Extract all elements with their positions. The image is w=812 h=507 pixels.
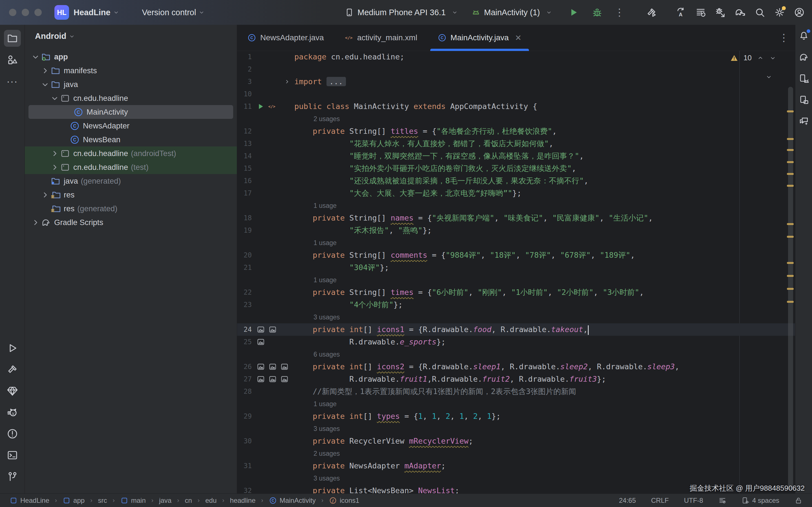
tree-item-Gradle-Scripts[interactable]: Gradle Scripts [25, 216, 237, 229]
translate-button[interactable]: A [673, 4, 689, 20]
terminal-tool-button[interactable] [4, 447, 21, 464]
chevron-down-icon[interactable] [50, 93, 60, 103]
chevron-down-icon[interactable] [40, 79, 50, 90]
tree-item-cn-edu-headline[interactable]: cn.edu.headline(androidTest) [25, 147, 237, 160]
usages-hint[interactable]: 2 usages [313, 450, 340, 457]
project-name[interactable]: HeadLine [73, 8, 110, 17]
attach-debugger-button[interactable] [712, 4, 728, 20]
run-tool-button[interactable] [4, 340, 21, 356]
code-line-30[interactable]: 30 private RecyclerView mRecyclerView; [237, 435, 795, 447]
code-line-14[interactable]: 14 "睡觉时，双脚突然蹬一下，有踩空感，像从高楼坠落，是咋回事？", [237, 150, 795, 162]
drawable-preview-icon[interactable] [256, 375, 265, 383]
usages-hint[interactable]: 1 usage [313, 400, 337, 408]
run-gutter-icon[interactable] [256, 102, 265, 111]
code-line-24[interactable]: 24 private int[] icons1 = {R.drawable.fo… [237, 323, 795, 336]
warning-stripe-mark[interactable] [787, 301, 794, 303]
code-line-25[interactable]: 25 R.drawable.e_sports}; [237, 336, 795, 348]
project-tool-button[interactable] [4, 30, 21, 47]
profile-button[interactable] [791, 4, 808, 20]
tab-NewsAdapter-java[interactable]: CNewsAdapter.java [237, 25, 334, 51]
code-line-13[interactable]: 13 "花菜有人焯水，有人直接炒，都错了，看饭店大厨如何做", [237, 137, 795, 150]
code-line-18[interactable]: 18 private String[] names = {"央视新闻客户端", … [237, 212, 795, 224]
more-tool-windows-button[interactable]: ··· [4, 73, 21, 90]
usages-hint[interactable]: 1 usage [313, 239, 337, 247]
tab-activity-main-xml[interactable]: </>activity_main.xml [334, 25, 427, 51]
drawable-preview-icon[interactable] [268, 325, 277, 334]
drawable-preview-icon[interactable] [256, 338, 265, 346]
warning-stripe-mark[interactable] [787, 173, 794, 175]
running-devices-button[interactable] [797, 94, 810, 107]
hammer-run-button[interactable] [644, 4, 660, 20]
chevron-down-icon[interactable] [113, 9, 119, 16]
code-line-12[interactable]: 12 private String[] titles = {"各地餐企齐行动，杜… [237, 125, 795, 137]
close-icon[interactable]: ✕ [515, 33, 521, 43]
notifications-button[interactable] [797, 29, 810, 42]
code-line-20[interactable]: 20 private String[] comments = {"9884评",… [237, 249, 795, 262]
warning-stripe-mark[interactable] [787, 185, 794, 187]
breadcrumb-edu[interactable]: edu [204, 496, 218, 505]
window-zoom-button[interactable] [35, 9, 42, 16]
device-selector[interactable]: Medium Phone API 36.1 [345, 8, 458, 17]
warning-stripe-mark[interactable] [787, 288, 794, 290]
warning-stripe-mark[interactable] [787, 223, 794, 225]
code-line-27[interactable]: 27 R.drawable.fruit1,R.drawable.fruit2, … [237, 373, 795, 385]
code-line-1[interactable]: 1package cn.edu.headline; [237, 51, 795, 63]
indent-widget[interactable]: 4 spaces [740, 496, 781, 505]
search-button[interactable] [752, 4, 768, 20]
code-area[interactable]: 1package cn.edu.headline;23import ...101… [237, 51, 795, 494]
error-stripe-scrollbar[interactable] [785, 51, 795, 494]
device-manager-button[interactable] [797, 72, 810, 85]
breadcrumb-MainActivity[interactable]: CMainActivity [267, 496, 317, 505]
drawable-preview-icon[interactable] [268, 375, 277, 383]
window-minimize-button[interactable] [22, 9, 29, 16]
fold-chevron-icon[interactable] [284, 78, 290, 85]
gemini-button[interactable] [797, 115, 810, 128]
next-problem-button[interactable] [769, 54, 776, 62]
usages-hint[interactable]: 6 usages [313, 351, 340, 358]
tab-options-button[interactable]: ⋮ [779, 33, 789, 43]
code-line-29[interactable]: 29 private int[] types = {1, 1, 2, 1, 2,… [237, 410, 795, 422]
more-run-options-button[interactable]: ⋮ [613, 7, 626, 18]
drawable-preview-icon[interactable] [268, 362, 277, 371]
code-line-19[interactable]: 19 "禾木报告", "燕鸣"}; [237, 224, 795, 237]
code-line-10[interactable]: 10 [237, 88, 795, 100]
git-branch-tool-button[interactable] [4, 468, 21, 485]
code-line-22[interactable]: 22 private String[] times = {"6小时前", "刚刚… [237, 286, 795, 298]
code-line-2[interactable]: 2 [237, 63, 795, 75]
gem-tool-button[interactable] [4, 383, 21, 399]
code-line-26[interactable]: 26 private int[] icons2 = {R.drawable.sl… [237, 360, 795, 373]
breadcrumb-HeadLine[interactable]: HeadLine [8, 496, 51, 505]
code-line-28[interactable]: 28 //新闻类型，1表示置顶新闻或只有1张图片的新闻，2表示包含3张图片的新闻 [237, 385, 795, 398]
breadcrumb-main[interactable]: main [119, 496, 147, 505]
tree-item-NewsBean[interactable]: CNewsBean [25, 133, 237, 147]
tree-item-res[interactable]: res(generated) [25, 202, 237, 216]
restore-lines-button[interactable] [693, 4, 709, 20]
debug-button[interactable] [589, 4, 605, 20]
tree-item-res[interactable]: res [25, 188, 237, 202]
warning-stripe-mark[interactable] [787, 275, 794, 277]
vcs-widget[interactable]: Version control [138, 8, 205, 17]
tree-item-java[interactable]: java(generated) [25, 174, 237, 188]
run-button[interactable] [565, 4, 581, 20]
drawable-preview-icon[interactable] [256, 362, 265, 371]
breadcrumb-cn[interactable]: cn [183, 496, 194, 505]
drawable-preview-icon[interactable] [280, 362, 289, 371]
resource-manager-tool-button[interactable] [4, 51, 21, 68]
warning-stripe-mark[interactable] [787, 161, 794, 163]
code-line-3[interactable]: 3import ... [237, 75, 795, 88]
tree-item-java[interactable]: java [25, 77, 237, 91]
tree-item-cn-edu-headline[interactable]: cn.edu.headline(test) [25, 160, 237, 174]
code-line-21[interactable]: 21 "304评"}; [237, 262, 795, 274]
hammer-tool-button[interactable] [4, 361, 21, 378]
code-line-23[interactable]: 23 "4个小时前"}; [237, 298, 795, 311]
chevron-right-icon[interactable] [50, 149, 60, 159]
gradle-sync-button[interactable] [732, 4, 748, 20]
usages-hint[interactable]: 3 usages [313, 314, 340, 321]
breadcrumb-src[interactable]: src [96, 496, 109, 505]
chevron-down-icon[interactable] [31, 52, 41, 62]
gradle-button[interactable] [797, 51, 810, 64]
project-view-selector[interactable]: Android [25, 25, 237, 43]
warning-stripe-mark[interactable] [787, 149, 794, 151]
tree-item-NewsAdapter[interactable]: CNewsAdapter [25, 119, 237, 133]
caret-position-widget[interactable]: 24:65 [617, 496, 638, 505]
